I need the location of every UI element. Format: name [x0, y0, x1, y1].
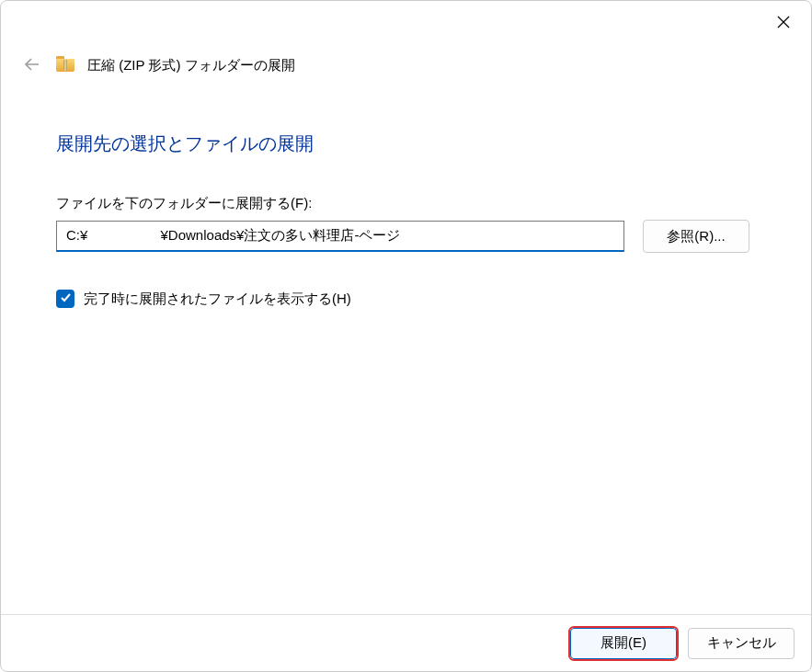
- extract-button[interactable]: 展開(E): [570, 628, 677, 659]
- destination-path-input[interactable]: [56, 221, 624, 252]
- back-button[interactable]: [21, 54, 43, 76]
- browse-button[interactable]: 参照(R)...: [643, 220, 749, 253]
- show-files-row: 完了時に展開されたファイルを表示する(H): [56, 290, 756, 308]
- content-area: 展開先の選択とファイルの展開 ファイルを下のフォルダーに展開する(F): 参照(…: [1, 76, 811, 308]
- path-row: 参照(R)...: [56, 220, 756, 253]
- footer: 展開(E) キャンセル: [1, 614, 811, 671]
- wizard-title: 圧縮 (ZIP 形式) フォルダーの展開: [87, 57, 295, 74]
- show-files-checkbox[interactable]: [56, 290, 74, 308]
- close-icon: [777, 16, 790, 31]
- wizard-header: 圧縮 (ZIP 形式) フォルダーの展開: [1, 1, 811, 76]
- page-heading: 展開先の選択とファイルの展開: [56, 131, 756, 156]
- path-label: ファイルを下のフォルダーに展開する(F):: [56, 195, 756, 212]
- show-files-label: 完了時に展開されたファイルを表示する(H): [84, 290, 351, 308]
- close-button[interactable]: [772, 12, 795, 34]
- cancel-button[interactable]: キャンセル: [688, 628, 795, 659]
- back-arrow-icon: [24, 56, 40, 75]
- checkmark-icon: [60, 291, 72, 306]
- zip-folder-icon: [56, 56, 74, 74]
